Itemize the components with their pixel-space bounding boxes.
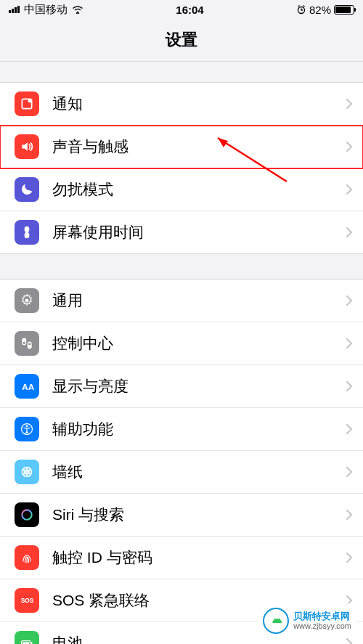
chevron-right-icon xyxy=(346,423,353,435)
general-icon xyxy=(15,288,39,313)
battery-icon xyxy=(15,631,39,644)
svg-point-8 xyxy=(25,299,29,303)
settings-row-screentime[interactable]: 屏幕使用时间 xyxy=(0,211,363,254)
chevron-right-icon xyxy=(346,552,353,563)
svg-point-21 xyxy=(22,510,31,519)
touchid-icon xyxy=(15,545,39,570)
wifi-icon xyxy=(72,5,83,14)
row-label: 通知 xyxy=(52,94,346,114)
status-time: 16:04 xyxy=(176,4,203,16)
row-label: 勿扰模式 xyxy=(52,179,346,200)
svg-point-10 xyxy=(23,342,25,344)
chevron-right-icon xyxy=(346,295,353,306)
wallpaper-icon xyxy=(15,460,39,484)
signal-icon xyxy=(9,6,20,13)
settings-row-touchid[interactable]: 触控 ID 与密码 xyxy=(0,537,363,579)
row-label: 屏幕使用时间 xyxy=(52,222,346,242)
settings-row-sounds[interactable]: 声音与触感 xyxy=(0,126,363,168)
accessibility-icon xyxy=(15,417,39,441)
svg-point-15 xyxy=(26,425,28,427)
svg-text:AA: AA xyxy=(22,382,34,391)
status-left: 中国移动 xyxy=(9,3,83,17)
notifications-icon xyxy=(15,91,39,116)
screentime-icon xyxy=(15,220,39,245)
status-bar: 中国移动 16:04 82% xyxy=(0,0,363,19)
svg-point-7 xyxy=(28,99,32,102)
battery-icon xyxy=(334,5,354,15)
svg-point-17 xyxy=(25,470,28,473)
row-label: 通用 xyxy=(52,290,346,311)
svg-line-5 xyxy=(303,6,304,7)
chevron-right-icon xyxy=(346,98,353,110)
display-icon: AA xyxy=(15,374,39,399)
settings-row-notifications[interactable]: 通知 xyxy=(0,83,363,126)
svg-point-0 xyxy=(77,12,79,14)
settings-row-dnd[interactable]: 勿扰模式 xyxy=(0,168,363,211)
svg-point-12 xyxy=(28,343,30,345)
chevron-right-icon xyxy=(346,338,353,349)
settings-row-control-center[interactable]: 控制中心 xyxy=(0,322,363,365)
watermark: 贝斯特安卓网 www.zjbsyy.com xyxy=(257,603,357,638)
control-center-icon xyxy=(15,331,39,356)
sos-icon: SOS xyxy=(15,588,39,613)
chevron-right-icon xyxy=(346,184,353,195)
row-label: 触控 ID 与密码 xyxy=(52,547,346,568)
svg-line-4 xyxy=(298,6,299,7)
settings-row-display[interactable]: AA显示与亮度 xyxy=(0,365,363,408)
row-label: Siri 与搜索 xyxy=(52,505,346,525)
row-label: 墙纸 xyxy=(52,462,346,482)
chevron-right-icon xyxy=(346,466,353,478)
chevron-right-icon xyxy=(346,509,353,521)
sounds-icon xyxy=(15,134,39,159)
watermark-brand: 贝斯特安卓网 xyxy=(293,611,351,622)
row-label: 声音与触感 xyxy=(52,136,346,157)
row-label: 辅助功能 xyxy=(52,419,346,439)
chevron-right-icon xyxy=(346,141,353,152)
battery-percent: 82% xyxy=(309,4,331,16)
carrier-label: 中国移动 xyxy=(24,3,68,17)
chevron-right-icon xyxy=(346,227,353,238)
svg-text:SOS: SOS xyxy=(21,597,34,604)
settings-row-wallpaper[interactable]: 墙纸 xyxy=(0,451,363,494)
settings-row-general[interactable]: 通用 xyxy=(0,280,363,322)
watermark-url: www.zjbsyy.com xyxy=(293,621,351,631)
dnd-icon xyxy=(15,177,39,202)
row-label: 显示与亮度 xyxy=(52,376,346,396)
page-title: 设置 xyxy=(0,29,363,51)
settings-row-accessibility[interactable]: 辅助功能 xyxy=(0,408,363,451)
row-label: 控制中心 xyxy=(52,333,346,354)
chevron-right-icon xyxy=(346,637,353,644)
siri-icon xyxy=(15,502,39,527)
settings-row-siri[interactable]: Siri 与搜索 xyxy=(0,494,363,537)
status-right: 82% xyxy=(296,4,354,16)
page-header: 设置 xyxy=(0,19,363,62)
chevron-right-icon xyxy=(346,380,353,392)
watermark-logo-icon xyxy=(263,608,289,634)
alarm-icon xyxy=(296,4,306,15)
